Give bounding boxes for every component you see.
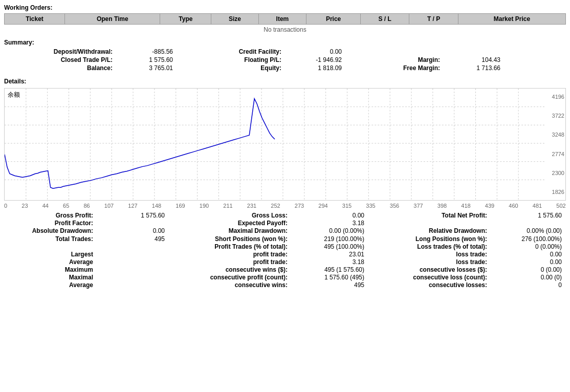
x-axis-label: 315	[342, 203, 352, 209]
stats-cell: Long Positions (won %):	[372, 235, 490, 243]
chart-x-axis: 0234465861071271481691902112312522732943…	[4, 203, 566, 209]
stats-cell: profit trade:	[173, 251, 291, 258]
summary-cell: Credit Facility:	[183, 48, 286, 55]
stats-row: Averageprofit trade:3.18loss trade:0.00	[4, 258, 566, 266]
column-header-s---l: S / L	[360, 14, 409, 25]
summary-grid: Deposit/Withdrawal:-885.56Credit Facilit…	[14, 48, 566, 72]
stats-cell	[96, 220, 173, 227]
x-axis-label: 148	[152, 203, 161, 209]
x-axis-label: 356	[390, 203, 399, 209]
column-header-price: Price	[306, 14, 360, 25]
stats-grid: Gross Profit:1 575.60Gross Loss:0.00Tota…	[4, 212, 566, 289]
y-axis-label: 1826	[546, 189, 564, 195]
stats-cell: Expected Payoff:	[173, 220, 291, 227]
stats-row: Absolute Drawdown:0.00Maximal Drawdown:0…	[4, 227, 566, 234]
stats-cell: 1 575.60 (495)	[291, 274, 372, 281]
stats-cell: Average	[4, 258, 96, 266]
x-axis-label: 107	[104, 203, 114, 209]
summary-cell: 3 765.01	[117, 64, 183, 72]
no-transactions-message: No transactions	[5, 25, 566, 35]
stats-cell	[96, 266, 173, 273]
x-axis-label: 273	[295, 203, 304, 209]
x-axis-label: 502	[556, 203, 565, 209]
summary-cell: Balance:	[14, 64, 117, 72]
y-axis-label: 2774	[546, 151, 564, 157]
working-orders-section: Working Orders: TicketOpen TimeTypeSizeI…	[4, 4, 566, 35]
y-axis-label: 3722	[546, 113, 564, 119]
stats-cell: 0.00% (0.00)	[490, 227, 562, 234]
x-axis-label: 231	[247, 203, 256, 209]
summary-section: Summary: Deposit/Withdrawal:-885.56Credi…	[4, 39, 566, 72]
stats-cell: 0	[490, 281, 562, 289]
stats-cell: 495 (100.00%)	[291, 243, 372, 250]
x-axis-label: 0	[4, 203, 7, 209]
x-axis-label: 65	[63, 203, 69, 209]
x-axis-label: 418	[461, 203, 470, 209]
stats-cell: 276 (100.00%)	[490, 235, 562, 243]
chart-container: 余额	[4, 88, 566, 201]
stats-cell: Gross Profit:	[4, 212, 96, 219]
x-axis-label: 398	[437, 203, 447, 209]
summary-cell: Deposit/Withdrawal:	[14, 48, 117, 55]
details-section: Details: 余额	[4, 78, 566, 289]
stats-cell: profit trade:	[173, 258, 291, 266]
stats-cell: 0.00	[96, 227, 173, 234]
x-axis-label: 190	[200, 203, 209, 209]
stats-cell: loss trade:	[372, 258, 490, 266]
x-axis-label: 211	[223, 203, 232, 209]
summary-cell: 104.43	[444, 56, 511, 63]
stats-cell: loss trade:	[372, 251, 490, 258]
stats-cell: 1 575.60	[490, 212, 562, 219]
stats-cell: 1 575.60	[96, 212, 173, 219]
stats-cell: Profit Factor:	[4, 220, 96, 227]
stats-cell: Total Trades:	[4, 235, 96, 243]
summary-cell: Closed Trade P/L:	[14, 56, 117, 63]
x-axis-label: 127	[128, 203, 137, 209]
stats-cell: Loss trades (% of total):	[372, 243, 490, 250]
stats-cell: 0.00	[490, 258, 562, 266]
summary-title: Summary:	[4, 39, 566, 46]
stats-cell: Maximal	[4, 274, 96, 281]
stats-cell: 0.00 (0.00%)	[291, 227, 372, 234]
stats-cell: Largest	[4, 251, 96, 258]
stats-cell: 0 (0.00)	[490, 266, 562, 273]
stats-cell: 495	[96, 235, 173, 243]
column-header-open-time: Open Time	[65, 14, 160, 25]
stats-cell: consecutive losses:	[372, 281, 490, 289]
x-axis-label: 439	[485, 203, 494, 209]
summary-cell: 1 713.66	[444, 64, 511, 72]
x-axis-label: 169	[176, 203, 185, 209]
x-axis-label: 294	[318, 203, 327, 209]
stats-cell	[372, 220, 490, 227]
stats-cell: 0 (0.00%)	[490, 243, 562, 250]
stats-cell: Total Net Profit:	[372, 212, 490, 219]
stats-cell: Average	[4, 281, 96, 289]
stats-cell: Maximal Drawdown:	[173, 227, 291, 234]
stats-row: Maximumconsecutive wins ($):495 (1 575.6…	[4, 266, 566, 273]
summary-cell: -1 946.92	[286, 56, 352, 63]
stats-cell	[4, 243, 96, 250]
summary-cell: Equity:	[183, 64, 286, 72]
column-header-ticket: Ticket	[5, 14, 65, 25]
stats-cell: consecutive loss (count):	[372, 274, 490, 281]
x-axis-label: 335	[366, 203, 375, 209]
x-axis-label: 252	[271, 203, 280, 209]
stats-cell: Relative Drawdown:	[372, 227, 490, 234]
x-axis-label: 23	[21, 203, 28, 209]
summary-cell: Free Margin:	[352, 64, 444, 72]
column-header-market-price: Market Price	[458, 14, 565, 25]
y-axis-label: 4196	[546, 94, 564, 100]
working-orders-title: Working Orders:	[4, 4, 566, 11]
x-axis-label: 86	[83, 203, 90, 209]
stats-cell: consecutive wins:	[173, 281, 291, 289]
summary-cell: 1 818.09	[286, 64, 352, 72]
stats-cell	[96, 274, 173, 281]
working-orders-table: TicketOpen TimeTypeSizeItemPriceS / LT /…	[4, 13, 566, 35]
stats-cell	[490, 220, 562, 227]
stats-cell: consecutive losses ($):	[372, 266, 490, 273]
stats-cell: 495	[291, 281, 372, 289]
x-axis-label: 481	[533, 203, 542, 209]
stats-cell: Gross Loss:	[173, 212, 291, 219]
stats-cell: 219 (100.00%)	[291, 235, 372, 243]
stats-cell: 23.01	[291, 251, 372, 258]
